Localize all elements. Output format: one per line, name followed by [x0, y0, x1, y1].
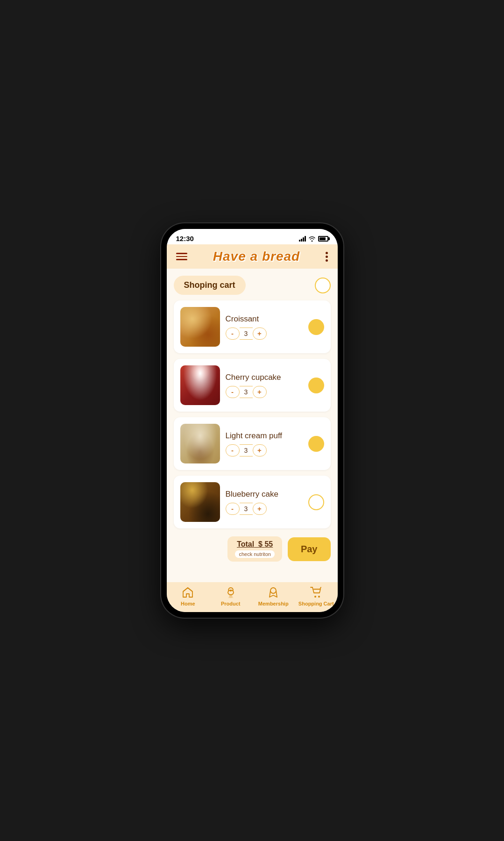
cherry-cupcake-increase-btn[interactable]: +: [253, 386, 267, 398]
cherry-cupcake-name: Cherry cupcake: [226, 373, 303, 382]
blueberry-cake-info: Blueberry cake - 3 +: [226, 490, 303, 515]
status-icons: [299, 236, 328, 242]
nav-item-membership[interactable]: Membership: [252, 586, 295, 606]
check-nutrition[interactable]: check nutriton: [235, 550, 274, 558]
croissant-image: [180, 307, 220, 347]
blueberry-cake-select[interactable]: [308, 494, 324, 510]
cherry-cupcake-image: [180, 365, 220, 405]
cherry-cupcake-qty-controls: - 3 +: [226, 386, 303, 398]
croissant-name: Croissant: [226, 314, 303, 324]
product-label: Product: [221, 601, 241, 606]
svg-point-3: [314, 596, 316, 598]
nav-item-shopping-cart[interactable]: Shopping Cart: [295, 586, 338, 606]
svg-point-1: [230, 590, 232, 592]
nav-item-home[interactable]: Home: [167, 586, 210, 606]
cream-puff-qty-controls: - 3 +: [226, 444, 303, 456]
cart-item-croissant: Croissant - 3 +: [174, 300, 331, 353]
croissant-qty: 3: [240, 328, 253, 340]
more-options-icon[interactable]: [326, 252, 328, 262]
croissant-qty-controls: - 3 +: [226, 328, 303, 340]
bottom-nav: Home Product: [167, 582, 338, 612]
phone-frame: 12:30 Have a bread: [161, 223, 343, 618]
blueberry-cake-name: Blueberry cake: [226, 490, 303, 499]
cart-icon: [309, 586, 323, 599]
blueberry-cake-qty-controls: - 3 +: [226, 503, 303, 515]
hamburger-icon[interactable]: [176, 253, 187, 260]
cream-puff-name: Light cream puff: [226, 431, 303, 441]
cherry-cupcake-qty: 3: [240, 386, 253, 398]
cart-header: Shoping cart: [174, 276, 331, 295]
nav-item-product[interactable]: Product: [209, 586, 252, 606]
pay-button[interactable]: Pay: [288, 537, 331, 561]
shopping-cart-label: Shopping Cart: [298, 601, 334, 606]
total-section: Total $ 55 check nutriton Pay: [174, 534, 331, 564]
status-time: 12:30: [176, 235, 194, 242]
blueberry-cake-qty: 3: [240, 503, 253, 515]
app-header: Have a bread: [167, 244, 338, 269]
blueberry-cake-decrease-btn[interactable]: -: [226, 503, 240, 515]
blueberry-cake-increase-btn[interactable]: +: [253, 503, 267, 515]
cream-puff-qty: 3: [240, 444, 253, 456]
phone-screen: 12:30 Have a bread: [167, 229, 338, 612]
cart-item-cherry-cupcake: Cherry cupcake - 3 +: [174, 359, 331, 412]
cart-item-blueberry-cake: Blueberry cake - 3 +: [174, 476, 331, 528]
product-icon: [224, 586, 238, 599]
app-title: Have a bread: [213, 249, 300, 264]
select-all-checkbox[interactable]: [315, 278, 331, 293]
cherry-cupcake-select[interactable]: [308, 378, 324, 393]
main-content: Shoping cart Croissant - 3 +: [167, 269, 338, 582]
blueberry-cake-image: [180, 482, 220, 522]
total-amount: Total $ 55: [237, 540, 273, 549]
cart-label: Shoping cart: [174, 276, 246, 295]
cream-puff-decrease-btn[interactable]: -: [226, 444, 240, 456]
cream-puff-info: Light cream puff - 3 +: [226, 431, 303, 456]
wifi-icon: [308, 236, 316, 242]
membership-icon: [266, 586, 280, 599]
svg-point-2: [270, 588, 276, 593]
cream-puff-image: [180, 424, 220, 463]
status-bar: 12:30: [167, 229, 338, 244]
croissant-decrease-btn[interactable]: -: [226, 328, 240, 340]
membership-label: Membership: [258, 601, 289, 606]
home-icon: [181, 586, 195, 599]
svg-point-4: [318, 596, 320, 598]
signal-icon: [299, 236, 306, 242]
cream-puff-select[interactable]: [308, 436, 324, 452]
cherry-cupcake-info: Cherry cupcake - 3 +: [226, 373, 303, 398]
home-label: Home: [181, 601, 195, 606]
cream-puff-increase-btn[interactable]: +: [253, 444, 267, 456]
total-info: Total $ 55 check nutriton: [227, 536, 282, 562]
croissant-select[interactable]: [308, 319, 324, 335]
battery-icon: [318, 236, 328, 242]
croissant-info: Croissant - 3 +: [226, 314, 303, 340]
cherry-cupcake-decrease-btn[interactable]: -: [226, 386, 240, 398]
croissant-increase-btn[interactable]: +: [253, 328, 267, 340]
cart-item-cream-puff: Light cream puff - 3 +: [174, 417, 331, 470]
